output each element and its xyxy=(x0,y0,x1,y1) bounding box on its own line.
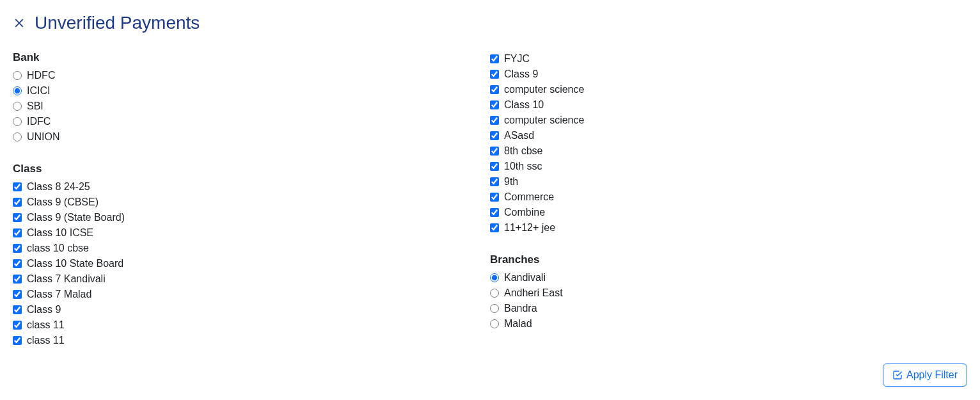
class-left-option-4-checkbox[interactable] xyxy=(13,244,22,253)
bank-option-2-radio[interactable] xyxy=(13,102,22,111)
class-options-right: FYJCClass 9computer scienceClass 10compu… xyxy=(490,51,967,236)
class-right-option-2-label[interactable]: computer science xyxy=(504,84,584,95)
class-right-option-11-label[interactable]: 11+12+ jee xyxy=(504,222,555,234)
branch-option-0-label[interactable]: Kandivali xyxy=(504,272,546,284)
class-left-option-9: class 11 xyxy=(13,317,490,333)
class-right-option-7-checkbox[interactable] xyxy=(490,162,499,171)
bank-options: HDFCICICISBIIDFCUNION xyxy=(13,68,490,145)
class-left-option-2-label[interactable]: Class 9 (State Board) xyxy=(27,212,125,223)
branch-option-3: Malad xyxy=(490,316,967,332)
close-icon[interactable] xyxy=(13,17,26,29)
filter-columns: Bank HDFCICICISBIIDFCUNION Class Class 8… xyxy=(13,51,967,348)
class-right-option-3-checkbox[interactable] xyxy=(490,100,499,109)
class-left-option-8-checkbox[interactable] xyxy=(13,305,22,314)
class-left-option-2: Class 9 (State Board) xyxy=(13,210,490,225)
class-right-option-0-label[interactable]: FYJC xyxy=(504,53,530,65)
bank-option-4: UNION xyxy=(13,129,490,145)
class-right-option-4-checkbox[interactable] xyxy=(490,116,499,125)
class-right-option-8-label[interactable]: 9th xyxy=(504,176,518,188)
bank-option-0-label[interactable]: HDFC xyxy=(27,70,55,81)
class-left-option-7-label[interactable]: Class 7 Malad xyxy=(27,289,91,300)
bank-option-0-radio[interactable] xyxy=(13,71,22,80)
branch-option-1-label[interactable]: Andheri East xyxy=(504,287,563,299)
class-left-option-5-checkbox[interactable] xyxy=(13,259,22,268)
branch-option-3-label[interactable]: Malad xyxy=(504,318,532,330)
class-right-option-1-label[interactable]: Class 9 xyxy=(504,68,538,80)
bank-option-4-label[interactable]: UNION xyxy=(27,131,60,143)
class-left-option-2-checkbox[interactable] xyxy=(13,213,22,222)
class-right-option-1-checkbox[interactable] xyxy=(490,70,499,79)
class-right-option-8-checkbox[interactable] xyxy=(490,177,499,186)
class-heading: Class xyxy=(13,163,490,175)
bank-heading: Bank xyxy=(13,51,490,64)
class-left-option-0-label[interactable]: Class 8 24-25 xyxy=(27,181,90,193)
branch-option-0-radio[interactable] xyxy=(490,273,499,282)
class-right-option-7-label[interactable]: 10th ssc xyxy=(504,161,542,172)
filter-column-right: FYJCClass 9computer scienceClass 10compu… xyxy=(490,51,967,332)
class-right-option-11: 11+12+ jee xyxy=(490,220,967,236)
class-right-option-10-label[interactable]: Combine xyxy=(504,207,545,218)
class-left-option-1-label[interactable]: Class 9 (CBSE) xyxy=(27,196,99,208)
class-right-option-5-label[interactable]: ASasd xyxy=(504,130,534,141)
class-right-option-9: Commerce xyxy=(490,189,967,205)
bank-option-4-radio[interactable] xyxy=(13,132,22,141)
class-right-option-10-checkbox[interactable] xyxy=(490,208,499,217)
class-left-option-5-label[interactable]: Class 10 State Board xyxy=(27,258,123,269)
class-left-option-7: Class 7 Malad xyxy=(13,287,490,302)
class-left-option-9-label[interactable]: class 11 xyxy=(27,319,65,331)
bank-option-2-label[interactable]: SBI xyxy=(27,100,43,112)
filter-panel: Unverified Payments Bank HDFCICICISBIIDF… xyxy=(0,0,980,399)
bank-option-3-radio[interactable] xyxy=(13,117,22,126)
class-left-option-5: Class 10 State Board xyxy=(13,256,490,271)
branch-option-2: Bandra xyxy=(490,301,967,316)
class-left-option-4: class 10 cbse xyxy=(13,241,490,256)
class-right-option-3: Class 10 xyxy=(490,97,967,113)
bank-option-0: HDFC xyxy=(13,68,490,83)
class-right-option-9-checkbox[interactable] xyxy=(490,193,499,202)
class-left-option-6-checkbox[interactable] xyxy=(13,275,22,284)
class-right-option-6: 8th cbse xyxy=(490,143,967,159)
apply-filter-button[interactable]: Apply Filter xyxy=(883,364,967,387)
class-options-left: Class 8 24-25Class 9 (CBSE)Class 9 (Stat… xyxy=(13,179,490,348)
bank-option-1-label[interactable]: ICICI xyxy=(27,85,50,97)
class-right-option-5: ASasd xyxy=(490,128,967,143)
branch-option-1-radio[interactable] xyxy=(490,289,499,298)
class-left-option-8: Class 9 xyxy=(13,302,490,317)
class-left-option-1: Class 9 (CBSE) xyxy=(13,195,490,210)
apply-filter-label: Apply Filter xyxy=(906,369,958,381)
class-right-option-11-checkbox[interactable] xyxy=(490,223,499,232)
branch-option-2-label[interactable]: Bandra xyxy=(504,303,537,314)
class-left-option-10-checkbox[interactable] xyxy=(13,336,22,345)
branch-option-1: Andheri East xyxy=(490,285,967,301)
class-right-option-8: 9th xyxy=(490,174,967,189)
class-left-option-3: Class 10 ICSE xyxy=(13,225,490,241)
class-right-option-9-label[interactable]: Commerce xyxy=(504,191,554,203)
class-right-option-10: Combine xyxy=(490,205,967,220)
branch-option-2-radio[interactable] xyxy=(490,304,499,313)
class-left-option-9-checkbox[interactable] xyxy=(13,321,22,330)
class-left-option-10-label[interactable]: class 11 xyxy=(27,335,65,346)
class-left-option-6-label[interactable]: Class 7 Kandivali xyxy=(27,273,106,285)
bank-option-1-radio[interactable] xyxy=(13,86,22,95)
class-right-option-0-checkbox[interactable] xyxy=(490,54,499,63)
class-left-option-4-label[interactable]: class 10 cbse xyxy=(27,243,89,254)
class-right-option-2: computer science xyxy=(490,82,967,97)
class-right-option-6-label[interactable]: 8th cbse xyxy=(504,145,542,157)
class-right-option-4-label[interactable]: computer science xyxy=(504,115,584,126)
bank-option-3-label[interactable]: IDFC xyxy=(27,116,51,127)
check-square-icon xyxy=(892,370,903,380)
class-left-option-0: Class 8 24-25 xyxy=(13,179,490,195)
class-left-option-7-checkbox[interactable] xyxy=(13,290,22,299)
class-left-option-3-label[interactable]: Class 10 ICSE xyxy=(27,227,93,239)
class-right-option-2-checkbox[interactable] xyxy=(490,85,499,94)
class-left-option-1-checkbox[interactable] xyxy=(13,198,22,207)
class-right-option-6-checkbox[interactable] xyxy=(490,147,499,156)
branch-option-3-radio[interactable] xyxy=(490,319,499,328)
class-left-option-3-checkbox[interactable] xyxy=(13,228,22,237)
class-left-option-0-checkbox[interactable] xyxy=(13,182,22,191)
class-left-option-10: class 11 xyxy=(13,333,490,348)
class-right-option-3-label[interactable]: Class 10 xyxy=(504,99,544,111)
class-right-option-5-checkbox[interactable] xyxy=(490,131,499,140)
class-left-option-8-label[interactable]: Class 9 xyxy=(27,304,61,316)
branch-option-0: Kandivali xyxy=(490,270,967,285)
